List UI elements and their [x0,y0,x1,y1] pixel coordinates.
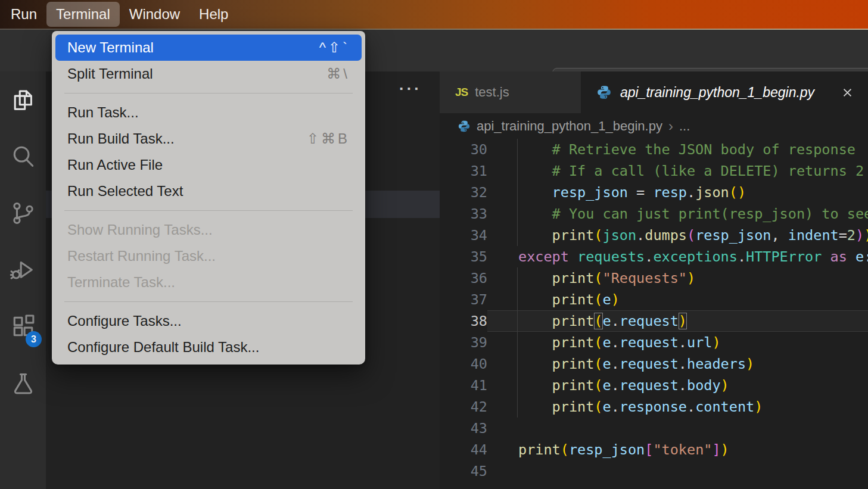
indent-guide [517,310,518,332]
menu-item-new-terminal[interactable]: New Terminal^⇧` [55,35,362,61]
token-p1: ) [754,398,763,415]
line-content: print(e.request) [487,310,868,332]
token-ws [518,377,552,394]
code-line-30[interactable]: 30 # Retrieve the JSON body of response [440,139,868,160]
activity-bar-run-debug-icon[interactable] [0,241,46,298]
source-control-icon [10,200,37,227]
menu-item-run-build-task[interactable]: Run Build Task...⇧⌘B [52,126,365,152]
token-ws [518,356,552,372]
token-p1: ) [679,313,687,329]
tab-label: test.js [475,85,509,100]
breadcrumb: api_training_python_1_begin.py › ... [440,113,868,139]
menu-item-run-active-file[interactable]: Run Active File [52,152,365,178]
activity-bar-extensions-icon[interactable]: 3 [0,298,46,354]
token-var: url [687,334,712,351]
token-ws [518,205,552,222]
token-var: e [603,377,611,394]
token-ws [518,334,552,351]
tab-label: api_training_python_1_begin.py [620,85,814,101]
line-number: 37 [440,289,487,310]
code-line-40[interactable]: 40 print(e.request.headers) [440,353,868,375]
token-p1: ( [594,291,602,308]
menu-item-configure-tasks[interactable]: Configure Tasks... [52,308,365,334]
token-ws [518,163,552,179]
token-ws [518,227,552,244]
token-op: . [636,227,645,244]
line-content: print(e.request.body) [487,375,868,396]
close-tab-icon[interactable] [839,85,855,100]
line-number: 44 [440,439,487,460]
code-line-42[interactable]: 42 print(e.response.content) [440,396,868,418]
token-p1: ) [864,227,868,244]
token-func: print [552,227,595,244]
token-func: json [695,184,729,201]
code-line-32[interactable]: 32 resp_json = resp.json() [440,182,868,203]
code-line-45[interactable]: 45 [440,460,868,482]
token-var: request [620,356,679,372]
editor-tab-test.js[interactable]: JStest.js [440,71,581,113]
token-type: HTTPError [746,248,822,265]
code-line-36[interactable]: 36 print("Requests") [440,267,868,289]
token-p1: ( [594,270,602,286]
editor-group: JStest.jsapi_training_python_1_begin.py … [440,71,868,489]
activity-bar-search-icon[interactable] [0,128,46,185]
token-str: "Requests" [603,270,687,286]
token-func: print [552,313,595,329]
line-number: 33 [440,203,487,225]
menubar-item-terminal[interactable]: Terminal [46,2,120,27]
token-func: print [552,356,595,372]
activity-bar-testing-icon[interactable] [0,354,46,411]
extensions-badge: 3 [26,331,42,347]
code-line-38[interactable]: 38 print(e.request) [440,310,868,332]
menu-item-shortcut: ⇧⌘B [307,130,350,147]
code-line-33[interactable]: 33 # You can just print(resp_json) to se… [440,203,868,225]
line-number: 30 [440,139,487,160]
token-op: . [738,248,746,265]
menu-item-shortcut: ⌘\ [326,66,350,82]
activity-bar-files-icon[interactable] [0,71,46,128]
breadcrumb-symbol[interactable]: ... [679,119,690,134]
editor-tab-bar: JStest.jsapi_training_python_1_begin.py [440,71,868,113]
code-line-41[interactable]: 41 print(e.request.body) [440,375,868,396]
menu-item-run-task[interactable]: Run Task... [52,99,365,126]
menu-item-run-selected-text[interactable]: Run Selected Text [52,178,365,204]
line-number: 35 [440,246,487,267]
menu-item-configure-default-build-task[interactable]: Configure Default Build Task... [52,334,365,360]
token-func: print [552,334,595,351]
more-actions-icon[interactable]: ··· [399,80,422,98]
menu-item-split-terminal[interactable]: Split Terminal⌘\ [52,61,365,87]
chevron-right-icon: › [668,118,673,135]
breadcrumb-file[interactable]: api_training_python_1_begin.py [477,119,662,134]
activity-bar-source-control-icon[interactable] [0,185,46,241]
menubar-item-window[interactable]: Window [120,2,189,27]
token-var: resp_json [552,184,628,201]
indent-guide [517,332,518,353]
code-line-43[interactable]: 43 [440,418,868,439]
menu-separator [64,301,353,302]
code-line-31[interactable]: 31 # If a call (like a DELETE) returns 2 [440,160,868,182]
token-cmt: # Retrieve the JSON body of response [552,141,855,158]
token-op: . [687,184,695,201]
token-p1: ( [594,313,602,329]
code-line-44[interactable]: 44print(resp_json["token"]) [440,439,868,460]
indent-guide [517,375,518,396]
code-line-37[interactable]: 37 print(e) [440,289,868,310]
code-line-35[interactable]: 35except requests.exceptions.HTTPError a… [440,246,868,267]
menu-item-label: Configure Tasks... [67,313,182,329]
line-content: print("Requests") [487,267,868,289]
line-content: resp_json = resp.json() [487,182,868,203]
line-content: except requests.exceptions.HTTPError as … [487,246,868,267]
indent-guide [517,353,518,375]
token-ws [518,141,552,158]
line-content: print(e.request.url) [487,332,868,353]
editor-tab-api_training_python_1_begin.py[interactable]: api_training_python_1_begin.py [581,71,868,113]
code-editor[interactable]: 30 # Retrieve the JSON body of response3… [440,139,868,489]
code-line-39[interactable]: 39 print(e.request.url) [440,332,868,353]
menu-item-label: Restart Running Task... [67,248,216,264]
token-p1: ( [594,227,602,244]
menubar-item-help[interactable]: Help [189,2,238,27]
menubar-item-run[interactable]: Run [1,2,46,27]
token-op: . [611,313,620,329]
menu-item-label: New Terminal [67,39,154,56]
code-line-34[interactable]: 34 print(json.dumps(resp_json, indent=2)… [440,225,868,246]
